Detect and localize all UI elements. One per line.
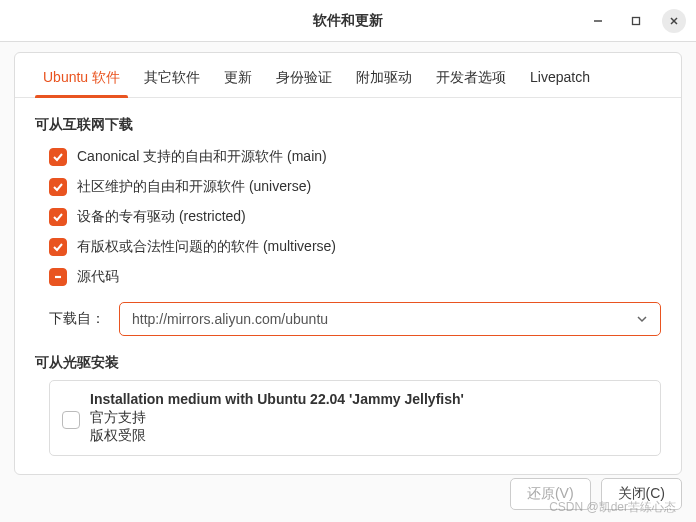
window-title: 软件和更新 [313,12,383,30]
download-from-row: 下载自： http://mirrors.aliyun.com/ubuntu [35,292,661,336]
checkbox-row-restricted: 设备的专有驱动 (restricted) [35,202,661,232]
checkbox-row-source: 源代码 [35,262,661,292]
install-medium-lines: 官方支持 版权受限 [90,409,146,445]
checkbox-row-multiverse: 有版权或合法性问题的的软件 (multiverse) [35,232,661,262]
download-server-value: http://mirrors.aliyun.com/ubuntu [132,311,328,327]
minimize-icon [592,15,604,27]
close-icon [668,15,680,27]
main-card: Ubuntu 软件 其它软件 更新 身份验证 附加驱动 开发者选项 Livepa… [14,52,682,475]
checkbox-restricted[interactable] [49,208,67,226]
footer-buttons: 还原(V) 关闭(C) [510,478,682,510]
checkbox-row-main: Canonical 支持的自由和开源软件 (main) [35,142,661,172]
tab-updates[interactable]: 更新 [212,61,264,97]
close-dialog-button[interactable]: 关闭(C) [601,478,682,510]
tab-authentication[interactable]: 身份验证 [264,61,344,97]
install-medium-row: 官方支持 版权受限 [62,409,648,445]
checkbox-install-medium[interactable] [62,411,80,429]
checkbox-label: 源代码 [77,268,119,286]
check-icon [52,211,64,223]
cdrom-section-title: 可从光驱安装 [35,354,661,372]
checkbox-label: 有版权或合法性问题的的软件 (multiverse) [77,238,336,256]
checkbox-main[interactable] [49,148,67,166]
checkbox-label: 设备的专有驱动 (restricted) [77,208,246,226]
download-from-label: 下载自： [49,310,105,328]
checkbox-source[interactable] [49,268,67,286]
checkbox-universe[interactable] [49,178,67,196]
check-icon [52,151,64,163]
indeterminate-icon [52,271,64,283]
revert-button[interactable]: 还原(V) [510,478,591,510]
maximize-button[interactable] [624,9,648,33]
tab-ubuntu-software[interactable]: Ubuntu 软件 [31,61,132,97]
close-button[interactable] [662,9,686,33]
chevron-down-icon [636,313,648,325]
internet-section-title: 可从互联网下载 [35,116,661,134]
install-medium-line2: 版权受限 [90,427,146,445]
install-medium-box: Installation medium with Ubuntu 22.04 'J… [49,380,661,456]
tab-additional-drivers[interactable]: 附加驱动 [344,61,424,97]
checkbox-multiverse[interactable] [49,238,67,256]
download-server-select[interactable]: http://mirrors.aliyun.com/ubuntu [119,302,661,336]
checkbox-label: 社区维护的自由和开源软件 (universe) [77,178,311,196]
svg-rect-1 [633,17,640,24]
content-wrapper: Ubuntu 软件 其它软件 更新 身份验证 附加驱动 开发者选项 Livepa… [0,42,696,485]
titlebar: 软件和更新 [0,0,696,42]
tab-other-software[interactable]: 其它软件 [132,61,212,97]
check-icon [52,181,64,193]
tab-developer-options[interactable]: 开发者选项 [424,61,518,97]
tab-livepatch[interactable]: Livepatch [518,61,602,95]
check-icon [52,241,64,253]
window-controls [586,9,686,33]
install-medium-line1: 官方支持 [90,409,146,427]
maximize-icon [630,15,642,27]
ubuntu-software-panel: 可从互联网下载 Canonical 支持的自由和开源软件 (main) 社区维护… [15,98,681,474]
checkbox-row-universe: 社区维护的自由和开源软件 (universe) [35,172,661,202]
minimize-button[interactable] [586,9,610,33]
checkbox-label: Canonical 支持的自由和开源软件 (main) [77,148,327,166]
install-medium-title: Installation medium with Ubuntu 22.04 'J… [90,391,648,407]
tab-bar: Ubuntu 软件 其它软件 更新 身份验证 附加驱动 开发者选项 Livepa… [15,53,681,97]
